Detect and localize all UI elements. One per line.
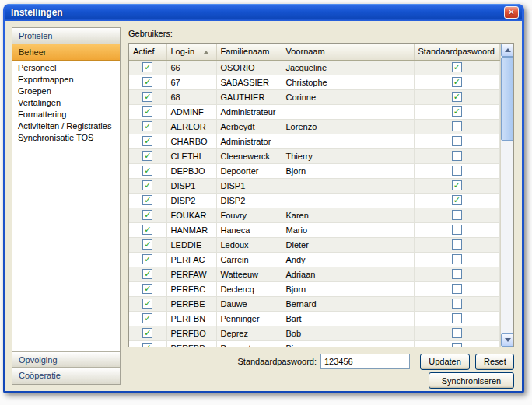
standaardpaswoord-checkbox[interactable] <box>452 239 462 250</box>
actief-checkbox[interactable]: ✓ <box>142 166 152 176</box>
standaardpaswoord-checkbox[interactable]: ✓ <box>452 62 462 72</box>
table-row[interactable]: ✓ DISP2 DISP2 ✓ <box>129 193 500 208</box>
standaardpaswoord-label: Standaardpaswoord: <box>237 357 317 366</box>
cell-login: PERFAW <box>166 267 216 281</box>
table-row[interactable]: ✓ AERLOR Aerbeydt Lorenzo <box>129 119 500 134</box>
sidebar-item-activiteiten-registraties[interactable]: Activiteiten / Registraties <box>12 120 120 132</box>
cell-login: CHARBO <box>166 134 216 148</box>
table-row[interactable]: ✓ ADMINF Administrateur ✓ <box>129 104 500 119</box>
scroll-up-button[interactable] <box>501 44 514 57</box>
cell-voornaam <box>282 104 414 119</box>
sidebar-section-cooperatie[interactable]: Coöperatie <box>12 368 120 384</box>
actief-checkbox[interactable]: ✓ <box>142 77 152 87</box>
column-header-standaardpaswoord[interactable]: Standaardpaswoord <box>414 44 500 60</box>
synchroniseren-button[interactable]: Synchroniseren <box>429 372 514 389</box>
standaardpaswoord-checkbox[interactable]: ✓ <box>452 92 462 102</box>
actief-checkbox[interactable]: ✓ <box>142 313 152 323</box>
sidebar-section-opvolging[interactable]: Opvolging <box>12 351 120 368</box>
cell-voornaam <box>282 193 414 208</box>
table-row[interactable]: ✓ CLETHI Cleenewerck Thierry <box>129 148 500 163</box>
column-header-login[interactable]: Log-in <box>166 44 216 60</box>
sidebar-section-profielen[interactable]: Profielen <box>12 28 120 44</box>
sidebar-item-formattering[interactable]: Formattering <box>12 109 120 120</box>
column-header-familienaam[interactable]: Familienaam <box>216 44 282 60</box>
column-header-voornaam[interactable]: Voornaam <box>282 44 414 60</box>
close-button[interactable]: ✕ <box>504 6 519 19</box>
standaardpaswoord-checkbox[interactable] <box>452 121 462 131</box>
actief-checkbox[interactable]: ✓ <box>142 151 152 161</box>
actief-checkbox[interactable]: ✓ <box>142 299 152 309</box>
table-row[interactable]: ✓ DEPBJO Depoorter Bjorn <box>129 163 500 178</box>
sidebar-item-groepen[interactable]: Groepen <box>12 86 120 97</box>
standaardpaswoord-checkbox[interactable] <box>452 151 462 161</box>
table-row[interactable]: ✓ PERFAW Watteeuw Adriaan <box>129 267 500 281</box>
table-row[interactable]: ✓ 66 OSORIO Jacqueline ✓ <box>129 60 500 75</box>
cell-voornaam: Christophe <box>282 75 414 89</box>
cell-login: PERFBN <box>166 311 216 326</box>
cell-voornaam: Adriaan <box>282 267 414 281</box>
actief-checkbox[interactable]: ✓ <box>142 254 152 264</box>
actief-checkbox[interactable]: ✓ <box>142 210 152 220</box>
actief-checkbox[interactable]: ✓ <box>142 343 152 347</box>
scrollbar-thumb[interactable] <box>501 57 514 141</box>
table-row[interactable]: ✓ PERFBP Depoorter Bjorn <box>129 340 500 347</box>
standaardpaswoord-checkbox[interactable] <box>452 166 462 176</box>
actief-checkbox[interactable]: ✓ <box>142 121 152 131</box>
cell-familienaam: Dauwe <box>216 296 282 311</box>
table-row[interactable]: ✓ DISP1 DISP1 ✓ <box>129 178 500 193</box>
table-row[interactable]: ✓ PERFBC Declercq Bjorn <box>129 281 500 296</box>
scroll-down-button[interactable] <box>501 333 514 347</box>
cell-familienaam: Cleenewerck <box>216 148 282 163</box>
actief-checkbox[interactable]: ✓ <box>142 106 152 117</box>
sidebar-item-synchronisatie-tos[interactable]: Synchronisatie TOS <box>12 132 120 144</box>
sidebar-item-vertalingen[interactable]: Vertalingen <box>12 97 120 109</box>
standaardpaswoord-checkbox[interactable] <box>452 343 462 347</box>
table-row[interactable]: ✓ LEDDIE Ledoux Dieter <box>129 237 500 252</box>
standaardpaswoord-checkbox[interactable] <box>452 225 462 235</box>
standaardpaswoord-checkbox[interactable]: ✓ <box>452 77 462 87</box>
table-row[interactable]: ✓ PERFBE Dauwe Bernard <box>129 296 500 311</box>
sidebar-item-personeel[interactable]: Personeel <box>12 62 120 74</box>
table-row[interactable]: ✓ CHARBO Administrator <box>129 134 500 148</box>
actief-checkbox[interactable]: ✓ <box>142 92 152 102</box>
standaardpaswoord-checkbox[interactable] <box>452 284 462 294</box>
standaardpaswoord-checkbox[interactable] <box>452 313 462 323</box>
actief-checkbox[interactable]: ✓ <box>142 136 152 146</box>
actief-checkbox[interactable]: ✓ <box>142 269 152 279</box>
actief-checkbox[interactable]: ✓ <box>142 284 152 294</box>
table-row[interactable]: ✓ 68 GAUTHIER Corinne ✓ <box>129 89 500 104</box>
standaardpaswoord-checkbox[interactable]: ✓ <box>452 195 462 205</box>
cell-familienaam: Depoorter <box>216 340 282 347</box>
standaardpaswoord-checkbox[interactable] <box>452 136 462 146</box>
vertical-scrollbar[interactable] <box>500 44 513 347</box>
sidebar-item-exportmappen[interactable]: Exportmappen <box>12 74 120 86</box>
standaardpaswoord-checkbox[interactable] <box>452 269 462 279</box>
updaten-button[interactable]: Updaten <box>420 354 470 370</box>
cell-voornaam: Jacqueline <box>282 60 414 75</box>
standaardpaswoord-checkbox[interactable] <box>452 254 462 264</box>
table-row[interactable]: ✓ 67 SABASSIER Christophe ✓ <box>129 75 500 89</box>
standaardpaswoord-checkbox[interactable]: ✓ <box>452 180 462 190</box>
sidebar-section-beheer[interactable]: Beheer <box>12 44 120 61</box>
close-icon: ✕ <box>508 8 514 16</box>
table-row[interactable]: ✓ FOUKAR Fouvry Karen <box>129 208 500 222</box>
standaardpaswoord-checkbox[interactable] <box>452 299 462 309</box>
column-header-actief[interactable]: Actief <box>129 44 166 60</box>
table-row[interactable]: ✓ PERFBO Deprez Bob <box>129 326 500 340</box>
standaardpaswoord-checkbox[interactable]: ✓ <box>452 106 462 117</box>
actief-checkbox[interactable]: ✓ <box>142 239 152 250</box>
standaardpaswoord-input[interactable] <box>320 354 410 369</box>
window-titlebar[interactable]: Instellingen ✕ <box>5 4 522 21</box>
cell-login: PERFAC <box>166 252 216 267</box>
standaardpaswoord-checkbox[interactable] <box>452 210 462 220</box>
table-row[interactable]: ✓ PERFAC Carrein Andy <box>129 252 500 267</box>
reset-button[interactable]: Reset <box>475 354 514 370</box>
table-row[interactable]: ✓ PERFBN Penninger Bart <box>129 311 500 326</box>
actief-checkbox[interactable]: ✓ <box>142 328 152 338</box>
actief-checkbox[interactable]: ✓ <box>142 180 152 190</box>
standaardpaswoord-checkbox[interactable] <box>452 328 462 338</box>
actief-checkbox[interactable]: ✓ <box>142 62 152 72</box>
actief-checkbox[interactable]: ✓ <box>142 225 152 235</box>
actief-checkbox[interactable]: ✓ <box>142 195 152 205</box>
table-row[interactable]: ✓ HANMAR Haneca Mario <box>129 222 500 237</box>
